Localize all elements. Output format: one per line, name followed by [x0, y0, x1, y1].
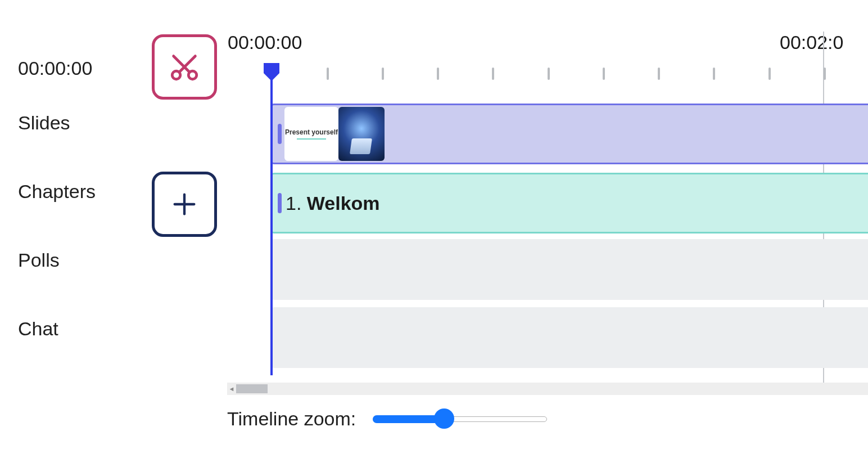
slide-thumbnail[interactable] — [338, 107, 385, 161]
ruler-tick — [437, 68, 439, 80]
ruler-tick — [713, 68, 715, 80]
row-label-slides: Slides — [18, 88, 142, 157]
ruler-tick — [603, 68, 605, 80]
scrollbar-track[interactable] — [236, 383, 868, 395]
ruler-tick — [548, 68, 550, 80]
add-chapter-button[interactable] — [152, 172, 217, 237]
ruler-tick — [824, 68, 826, 80]
row-label-polls: Polls — [18, 226, 142, 294]
slide-thumbnail-title: Present yourself — [285, 128, 338, 136]
row-label-chapters: Chapters — [18, 157, 142, 226]
ruler-label: 00:02:0 — [780, 32, 843, 53]
timeline[interactable]: 00:00:00 00:02:0 — [227, 0, 868, 383]
row-label-chat: Chat — [18, 294, 142, 363]
slides-track[interactable]: Present yourself — [270, 104, 868, 164]
scrollbar-thumb[interactable] — [236, 384, 268, 393]
chat-track[interactable] — [270, 307, 868, 368]
chapter-name: Welkom — [307, 192, 380, 214]
chapters-track[interactable]: 1. Welkom — [270, 173, 868, 234]
ruler-tick — [327, 68, 329, 80]
polls-track[interactable] — [270, 239, 868, 300]
ruler-tick — [768, 68, 771, 80]
playhead-handle-icon[interactable] — [263, 62, 281, 82]
slider-fill — [373, 415, 444, 423]
zoom-slider[interactable] — [373, 407, 547, 430]
ruler-label: 00:00:00 — [228, 32, 302, 53]
slider-knob[interactable] — [434, 408, 454, 429]
scroll-left-arrow-icon[interactable]: ◄ — [227, 383, 236, 395]
chapter-label: 1. Welkom — [286, 192, 380, 214]
ruler-tick — [382, 68, 384, 80]
plus-icon — [170, 190, 199, 219]
scissors-icon — [168, 51, 201, 83]
horizontal-scrollbar[interactable]: ◄ — [227, 383, 868, 395]
ruler-tick — [492, 68, 494, 80]
clip-drag-handle[interactable] — [278, 193, 282, 213]
playhead[interactable] — [270, 63, 273, 375]
clip-drag-handle[interactable] — [278, 124, 282, 144]
zoom-label: Timeline zoom: — [227, 408, 356, 430]
cut-button[interactable] — [152, 34, 217, 100]
ruler-tick — [658, 68, 660, 80]
chapter-number: 1. — [286, 192, 301, 214]
current-time: 00:00:00 — [18, 48, 142, 88]
timeline-ruler[interactable]: 00:00:00 00:02:0 — [227, 0, 868, 82]
slide-thumbnail[interactable]: Present yourself — [284, 107, 338, 161]
